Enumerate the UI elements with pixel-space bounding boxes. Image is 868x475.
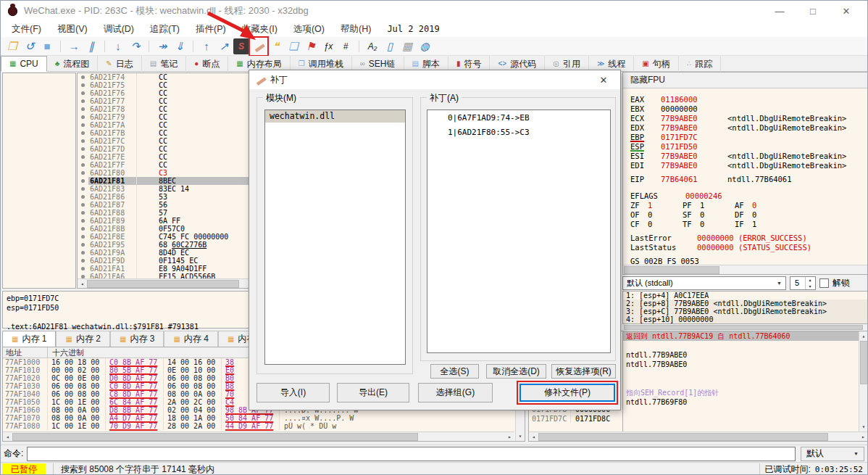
breakpoint-dot[interactable] xyxy=(78,203,88,207)
minimize-button[interactable]: — xyxy=(763,1,796,21)
cpu-flag[interactable]: ZF 1 xyxy=(630,200,683,210)
menu-file[interactable]: 文件(F) xyxy=(4,22,49,37)
breakpoint-dot[interactable] xyxy=(78,171,88,175)
scylla-icon[interactable]: S xyxy=(233,38,249,54)
stack-comment-row[interactable] xyxy=(623,379,859,388)
menu-help[interactable]: 帮助(H) xyxy=(333,22,379,37)
cpu-flag[interactable]: SF 0 xyxy=(683,210,735,219)
breakpoint-dot[interactable] xyxy=(78,187,88,191)
cpu-flag[interactable]: AF 0 xyxy=(735,200,787,210)
eflags-value[interactable]: 00000246 xyxy=(685,191,752,200)
breakpoint-dot[interactable] xyxy=(78,195,88,199)
breakpoint-dot[interactable] xyxy=(78,243,88,247)
dialog-close-button[interactable]: ✕ xyxy=(593,70,614,89)
comments-icon[interactable]: ❝ xyxy=(268,38,284,54)
tab-cpu[interactable]: ▦ CPU xyxy=(1,56,47,72)
menu-favourites[interactable]: 收藏夹(I) xyxy=(234,22,285,37)
breakpoint-dot[interactable] xyxy=(78,131,88,135)
highlight-icon[interactable]: A₂ xyxy=(364,38,380,54)
cpu-flag[interactable]: OF 0 xyxy=(630,210,683,219)
tab-memory-1[interactable]: ▦ 内存 1 xyxy=(2,331,56,347)
step-into-icon[interactable]: ↓ xyxy=(110,38,126,54)
register-row[interactable]: EAX 01186000 xyxy=(630,94,868,104)
register-row[interactable]: ECX 77B9ABE0 <ntdll.DbgUiRemoteBreakin> xyxy=(630,113,868,123)
stack-comment-row[interactable]: ntdll.77B69F80 xyxy=(623,397,859,407)
calculator-icon[interactable]: ▦ xyxy=(399,38,415,54)
dump-row[interactable]: 77AF1070 08 00 0A 00 A4 D7 AF 77 18 00 1… xyxy=(3,414,514,422)
breakpoint-dot[interactable] xyxy=(78,235,88,239)
run-to-selection-icon[interactable]: ↠ xyxy=(154,38,170,54)
breakpoint-dot[interactable] xyxy=(78,227,88,231)
tab-breakpoints[interactable]: ● 断点 xyxy=(186,56,228,72)
run-icon[interactable]: → xyxy=(66,38,82,54)
dump-address-header[interactable]: 地址 xyxy=(3,347,48,358)
breakpoint-dot[interactable] xyxy=(78,219,88,223)
step-out-icon[interactable]: ↑ xyxy=(199,38,214,54)
argument-row[interactable]: 4: [esp+10] 00000000 xyxy=(623,315,868,323)
arguments-hscrollbar[interactable] xyxy=(622,324,868,331)
scroll-left-icon[interactable] xyxy=(3,432,12,442)
deselect-all-button[interactable]: 取消全选(D) xyxy=(486,364,546,379)
breakpoint-dot[interactable] xyxy=(78,75,88,79)
menu-trace[interactable]: 追踪(T) xyxy=(142,22,188,37)
labels-icon[interactable]: ❏ xyxy=(285,38,301,54)
register-row[interactable]: EBP 0171FD7C xyxy=(630,132,868,141)
spin-up-icon[interactable]: ▴ xyxy=(806,277,814,284)
last-error-value[interactable]: 00000000 (ERROR_SUCCESS) xyxy=(697,234,807,242)
notes-icon[interactable]: ▯ xyxy=(382,38,398,54)
tab-handles[interactable]: ▣ 句柄 xyxy=(634,56,678,72)
register-row[interactable]: ESP 0171FD50 xyxy=(630,141,868,151)
registers-hscrollbar[interactable] xyxy=(623,265,868,274)
command-preset-select[interactable]: 默认 xyxy=(801,447,864,461)
cpu-flag[interactable]: CF 0 xyxy=(630,219,683,228)
dump-hscrollbar[interactable] xyxy=(3,431,514,441)
run-to-user-code-icon[interactable]: ↗ xyxy=(216,38,232,54)
breakpoint-dot[interactable] xyxy=(78,99,88,103)
tab-log[interactable]: ✎ 日志 xyxy=(98,56,141,72)
import-button[interactable]: 导入(I) xyxy=(256,383,330,402)
register-row[interactable]: EIP 77B64061 ntdll.77B64061 xyxy=(630,174,868,183)
scroll-down-icon[interactable] xyxy=(859,422,868,431)
cpu-flag[interactable]: IF 1 xyxy=(735,219,787,228)
tab-notes[interactable]: ▤ 笔记 xyxy=(142,56,186,72)
menu-build-date[interactable]: Jul 2 2019 xyxy=(379,22,447,36)
breakpoint-dot[interactable] xyxy=(78,139,88,143)
maximize-button[interactable]: □ xyxy=(796,1,830,21)
close-button[interactable]: ✕ xyxy=(830,1,863,21)
last-status-value[interactable]: 00000000 (STATUS_SUCCESS) xyxy=(697,243,811,252)
string-references-icon[interactable]: # xyxy=(338,38,354,54)
scroll-left-icon[interactable] xyxy=(529,432,538,442)
stop-icon[interactable]: ■ xyxy=(39,38,55,54)
cpu-flag[interactable]: TF 0 xyxy=(683,219,735,228)
breakpoint-dot[interactable] xyxy=(78,147,88,151)
breakpoint-dot[interactable] xyxy=(78,251,88,255)
pause-icon[interactable]: ∥ xyxy=(83,38,99,54)
select-group-button[interactable]: 选择组(G) xyxy=(418,383,493,402)
breakpoint-dot[interactable] xyxy=(78,259,88,263)
argument-row[interactable]: 2: [esp+8] 77B9ABE0 <ntdll.DbgUiRemoteBr… xyxy=(623,300,868,307)
register-row[interactable]: EDI 77B9ABE0 <ntdll.DbgUiRemoteBreakin> xyxy=(630,160,868,170)
tab-memory-3[interactable]: ▦ 内存 3 xyxy=(110,331,164,347)
stack-comment-row[interactable]: 返回到 ntdll.77B9AC19 自 ntdll.77B64060 xyxy=(623,331,859,341)
patch-row[interactable]: 1|6AD21F80:55->C3 xyxy=(427,125,610,139)
menu-plugins[interactable]: 插件(P) xyxy=(188,22,234,37)
scroll-up-icon[interactable] xyxy=(859,331,868,341)
register-row[interactable]: EDX 77B9ABE0 <ntdll.DbgUiRemoteBreakin> xyxy=(630,123,868,132)
patch-file-button[interactable]: 修补文件(P) xyxy=(519,384,615,402)
tab-trace[interactable]: ∴ 跟踪 xyxy=(679,56,721,72)
menu-options[interactable]: 选项(O) xyxy=(285,22,333,37)
settings-globe-icon[interactable]: ◍ xyxy=(417,38,433,54)
argument-row[interactable]: 1: [esp+4] A0C17EEA xyxy=(623,292,868,300)
breakpoint-dot[interactable] xyxy=(78,155,88,159)
menu-view[interactable]: 视图(V) xyxy=(49,22,96,37)
stack-vscrollbar[interactable] xyxy=(859,331,868,431)
select-all-button[interactable]: 全选(S) xyxy=(430,364,479,379)
menu-debug[interactable]: 调试(D) xyxy=(96,22,142,37)
calling-convention-select[interactable]: 默认 (stdcall) xyxy=(622,276,786,290)
stack-comment-row[interactable] xyxy=(623,341,859,350)
cpu-flag[interactable]: DF 0 xyxy=(735,210,787,219)
segment-registers[interactable]: GS 002B FS 0053 xyxy=(630,257,699,265)
stack-comment-row[interactable]: ntdll.77B9ABE0 xyxy=(623,360,859,369)
cpu-flag[interactable]: PF 1 xyxy=(683,200,735,210)
bookmarks-icon[interactable]: ⚑ xyxy=(303,38,319,54)
